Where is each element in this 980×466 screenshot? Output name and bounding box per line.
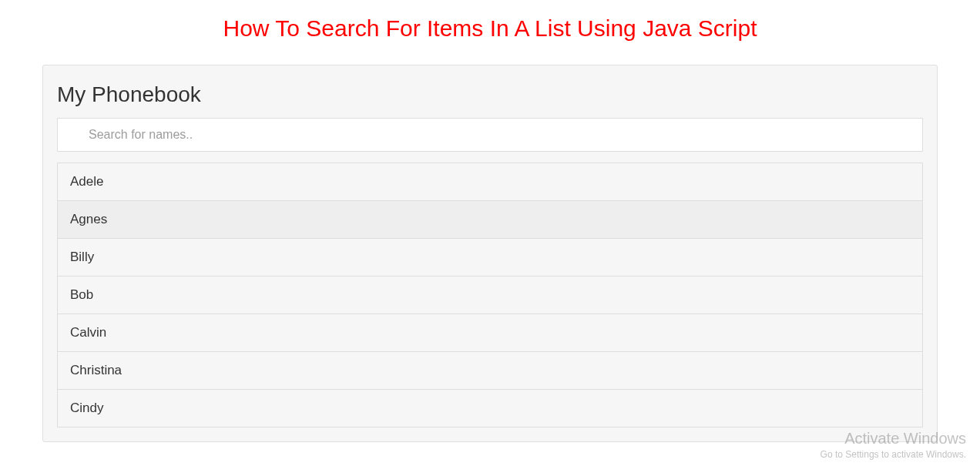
- list-item[interactable]: Christina: [58, 352, 922, 390]
- phonebook-panel: My Phonebook Adele Agnes Billy Bob Calvi…: [42, 65, 938, 442]
- section-heading: My Phonebook: [57, 82, 923, 107]
- list-item[interactable]: Bob: [58, 277, 922, 314]
- list-item[interactable]: Adele: [58, 163, 922, 201]
- list-item[interactable]: Agnes: [58, 201, 922, 239]
- watermark-subtitle: Go to Settings to activate Windows.: [821, 449, 966, 460]
- page-title: How To Search For Items In A List Using …: [0, 0, 980, 49]
- name-list: Adele Agnes Billy Bob Calvin Christina C…: [57, 163, 923, 427]
- search-input[interactable]: [57, 118, 923, 152]
- list-item[interactable]: Calvin: [58, 314, 922, 352]
- list-item[interactable]: Billy: [58, 239, 922, 277]
- list-item[interactable]: Cindy: [58, 390, 922, 427]
